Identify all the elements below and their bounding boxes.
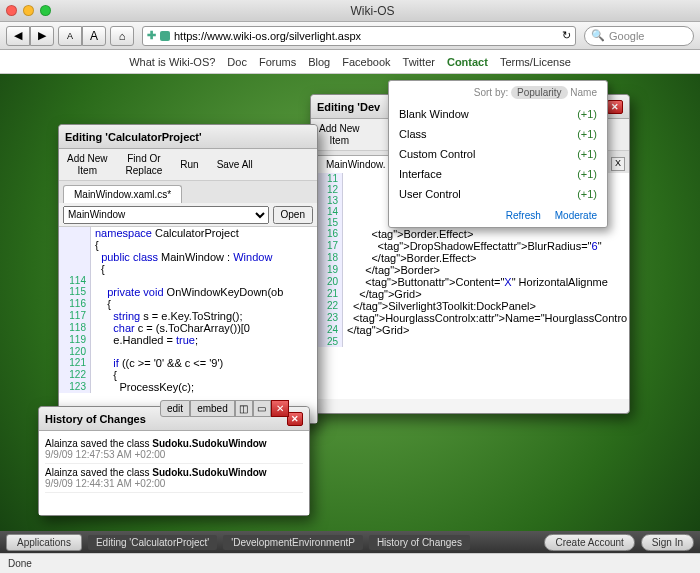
nav-link[interactable]: Twitter bbox=[403, 56, 435, 68]
dropdown-item[interactable]: Custom Control(+1) bbox=[399, 144, 597, 164]
nav-link[interactable]: Forums bbox=[259, 56, 296, 68]
traffic-lights bbox=[6, 5, 51, 16]
forward-button[interactable]: ▶ bbox=[30, 26, 54, 46]
dropdown-moderate-link[interactable]: Moderate bbox=[555, 210, 597, 221]
reload-icon[interactable]: ↻ bbox=[562, 29, 571, 42]
lock-icon bbox=[160, 31, 170, 41]
calc-window-menu: Add New ItemFind Or ReplaceRunSave All bbox=[59, 149, 317, 181]
site-nav: What is Wiki-OS?DocForumsBlogFacebookTwi… bbox=[0, 50, 700, 74]
history-embed-button[interactable]: embed bbox=[190, 400, 235, 417]
desktop: Editing 'Dev ✕ Add New Item MainWindow. … bbox=[0, 74, 700, 553]
browser-toolbar: ◀ ▶ A A ⌂ ✚ https://www.wiki-os.org/silv… bbox=[0, 22, 700, 50]
zoom-window-icon[interactable] bbox=[40, 5, 51, 16]
dropdown-item[interactable]: Class(+1) bbox=[399, 124, 597, 144]
sort-popularity-button[interactable]: Popularity bbox=[511, 86, 567, 99]
dev-window-title: Editing 'Dev bbox=[317, 101, 380, 113]
history-toolbar: edit embed ◫ ▭ ✕ bbox=[160, 400, 289, 417]
taskbar-task[interactable]: Editing 'CalculatorProject' bbox=[88, 535, 217, 550]
history-maximize-icon[interactable]: ◫ bbox=[235, 400, 253, 417]
history-close-button[interactable]: ✕ bbox=[287, 412, 303, 426]
calc-window-title: Editing 'CalculatorProject' bbox=[65, 131, 202, 143]
search-bar[interactable]: 🔍 Google bbox=[584, 26, 694, 46]
calc-combo-row: MainWindow Open bbox=[59, 203, 317, 227]
window-calculator-project[interactable]: Editing 'CalculatorProject' Add New Item… bbox=[58, 124, 318, 424]
nav-link[interactable]: Terms/License bbox=[500, 56, 571, 68]
dev-tab-mainwindow[interactable]: MainWindow. bbox=[315, 155, 396, 173]
history-body[interactable]: Alainza saved the class Sudoku.SudokuWin… bbox=[39, 431, 309, 515]
font-size-small-button[interactable]: A bbox=[58, 26, 82, 46]
history-popout-icon[interactable]: ▭ bbox=[253, 400, 271, 417]
calc-class-selector[interactable]: MainWindow bbox=[63, 206, 269, 224]
dropdown-item[interactable]: User Control(+1) bbox=[399, 184, 597, 204]
nav-link[interactable]: Doc bbox=[227, 56, 247, 68]
calc-code-editor[interactable]: namespace CalculatorProject{ public clas… bbox=[59, 227, 317, 423]
dev-tab-close-button[interactable]: X bbox=[611, 157, 625, 171]
history-x-button[interactable]: ✕ bbox=[271, 400, 289, 417]
browser-title: Wiki-OS bbox=[51, 4, 694, 18]
create-account-button[interactable]: Create Account bbox=[544, 534, 634, 551]
add-new-item-dropdown: Sort by: Popularity Name Blank Window(+1… bbox=[388, 80, 608, 228]
nav-link[interactable]: Facebook bbox=[342, 56, 390, 68]
url-bar[interactable]: ✚ https://www.wiki-os.org/silverlight.as… bbox=[142, 26, 576, 46]
nav-link[interactable]: What is Wiki-OS? bbox=[129, 56, 215, 68]
nav-link[interactable]: Blog bbox=[308, 56, 330, 68]
dropdown-item[interactable]: Blank Window(+1) bbox=[399, 104, 597, 124]
history-edit-button[interactable]: edit bbox=[160, 400, 190, 417]
browser-statusbar: Done bbox=[0, 553, 700, 573]
window-history-of-changes[interactable]: History of Changes ✕ Alainza saved the c… bbox=[38, 406, 310, 516]
dev-menu-add-new-item[interactable]: Add New Item bbox=[319, 123, 360, 147]
applications-menu-button[interactable]: Applications bbox=[6, 534, 82, 551]
status-text: Done bbox=[8, 558, 32, 569]
back-button[interactable]: ◀ bbox=[6, 26, 30, 46]
font-size-large-button[interactable]: A bbox=[82, 26, 106, 46]
sign-in-button[interactable]: Sign In bbox=[641, 534, 694, 551]
sort-name-button[interactable]: Name bbox=[570, 87, 597, 98]
calc-tabbar: MainWindow.xaml.cs* bbox=[59, 181, 317, 203]
search-icon: 🔍 bbox=[591, 29, 605, 42]
search-placeholder: Google bbox=[609, 30, 644, 42]
dropdown-item[interactable]: Interface(+1) bbox=[399, 164, 597, 184]
sort-by-label: Sort by: bbox=[474, 87, 508, 98]
calc-menu-item[interactable]: Save All bbox=[217, 159, 253, 171]
dev-window-close-button[interactable]: ✕ bbox=[607, 100, 623, 114]
taskbar-task[interactable]: 'DevelopmentEnvironmentP bbox=[223, 535, 363, 550]
dropdown-sort-row: Sort by: Popularity Name bbox=[399, 87, 597, 98]
history-entry: Alainza saved the class Sudoku.SudokuWin… bbox=[45, 464, 303, 493]
calc-tab-mainwindow[interactable]: MainWindow.xaml.cs* bbox=[63, 185, 182, 203]
home-button[interactable]: ⌂ bbox=[110, 26, 134, 46]
calc-menu-item[interactable]: Run bbox=[180, 159, 198, 171]
close-window-icon[interactable] bbox=[6, 5, 17, 16]
calc-open-button[interactable]: Open bbox=[273, 206, 313, 224]
minimize-window-icon[interactable] bbox=[23, 5, 34, 16]
history-title: History of Changes bbox=[45, 413, 146, 425]
dropdown-refresh-link[interactable]: Refresh bbox=[506, 210, 541, 221]
add-bookmark-icon[interactable]: ✚ bbox=[147, 29, 156, 42]
url-text: https://www.wiki-os.org/silverlight.aspx bbox=[174, 30, 558, 42]
nav-link[interactable]: Contact bbox=[447, 56, 488, 68]
calc-menu-item[interactable]: Add New Item bbox=[67, 153, 108, 177]
taskbar: Applications Editing 'CalculatorProject'… bbox=[0, 531, 700, 553]
browser-titlebar: Wiki-OS bbox=[0, 0, 700, 22]
calc-window-titlebar[interactable]: Editing 'CalculatorProject' bbox=[59, 125, 317, 149]
taskbar-task[interactable]: History of Changes bbox=[369, 535, 470, 550]
calc-menu-item[interactable]: Find Or Replace bbox=[126, 153, 163, 177]
history-entry: Alainza saved the class Sudoku.SudokuWin… bbox=[45, 435, 303, 464]
